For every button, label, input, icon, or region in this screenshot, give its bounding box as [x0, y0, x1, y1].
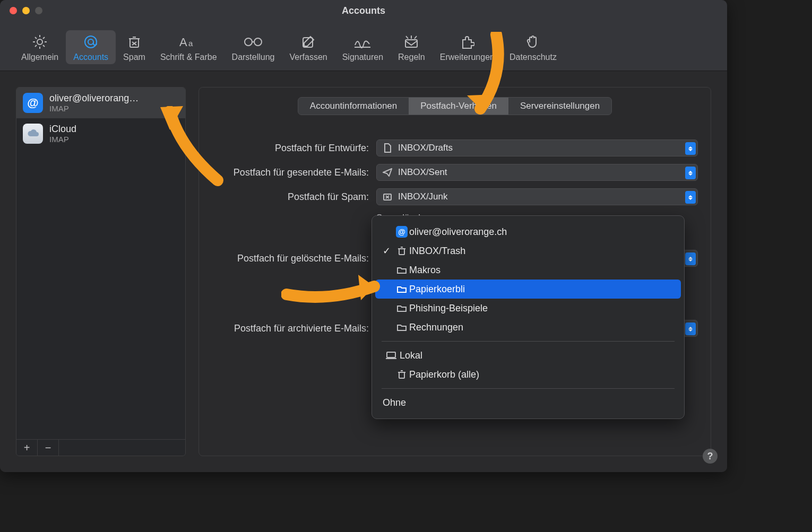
tab-general[interactable]: Allgemein: [14, 30, 66, 64]
preferences-toolbar: Allgemein Accounts Spam Aa Schrift & Far…: [0, 21, 727, 71]
tab-signatures[interactable]: Signaturen: [335, 30, 391, 64]
trash-icon: [394, 246, 409, 256]
popup-item-label: Phishing-Beispiele: [409, 303, 488, 314]
popup-account-header: @ oliver@oliverorange.ch: [375, 222, 681, 241]
svg-point-9: [85, 36, 97, 48]
popup-account-name: oliver@oliverorange.ch: [409, 226, 507, 238]
mailbox-popup-menu: @ oliver@oliverorange.ch ✓ INBOX/Trash M…: [372, 215, 685, 419]
close-window-button[interactable]: [10, 7, 17, 14]
popup-item-label: INBOX/Trash: [409, 246, 465, 257]
svg-point-10: [88, 39, 93, 45]
svg-text:a: a: [188, 39, 193, 48]
popup-item-label: Rechnungen: [409, 322, 463, 333]
check-icon: ✓: [383, 245, 394, 257]
chevron-icon: [685, 322, 696, 335]
popup-item-rechnungen[interactable]: Rechnungen: [375, 318, 681, 337]
svg-line-7: [35, 45, 37, 47]
popup-local-label: Lokal: [400, 350, 422, 361]
cloud-icon: [23, 124, 43, 144]
annotation-arrow-icon: [462, 32, 515, 122]
svg-rect-32: [399, 372, 404, 378]
chevron-icon: [685, 142, 696, 155]
at-icon: [83, 33, 99, 50]
minimize-window-button[interactable]: [22, 7, 30, 14]
titlebar: Accounts: [0, 0, 727, 21]
svg-point-19: [254, 38, 262, 46]
gear-icon: [32, 33, 47, 50]
archive-mailbox-label: Postfach für archivierte E-Mails:: [212, 323, 376, 334]
junk-mailbox-picker[interactable]: INBOX/Junk: [376, 188, 698, 205]
document-icon: [382, 143, 393, 153]
annotation-arrow-icon: [281, 265, 387, 308]
tab-label: Spam: [123, 53, 145, 62]
add-account-button[interactable]: +: [16, 440, 38, 456]
popup-item-none[interactable]: Ohne: [375, 393, 681, 412]
tab-label: Schrift & Farbe: [160, 53, 217, 62]
folder-icon: [394, 324, 409, 331]
drafts-mailbox-picker[interactable]: INBOX/Drafts: [376, 139, 698, 156]
tab-composing[interactable]: Verfassen: [282, 30, 335, 64]
tab-fonts[interactable]: Aa Schrift & Farbe: [153, 30, 224, 64]
popup-item-makros[interactable]: Makros: [375, 260, 681, 280]
trash-icon: [394, 370, 409, 379]
trash-icon: [127, 33, 142, 50]
zoom-window-button[interactable]: [35, 7, 42, 14]
tab-junk[interactable]: Spam: [116, 30, 153, 64]
folder-icon: [394, 285, 409, 293]
sent-mailbox-label: Postfach für gesendete E-Mails:: [212, 167, 376, 178]
chevron-icon: [685, 167, 696, 179]
glasses-icon: [244, 33, 263, 50]
tab-accounts[interactable]: Accounts: [66, 30, 116, 64]
svg-line-8: [43, 37, 45, 39]
at-icon: @: [23, 93, 43, 113]
tab-label: Signaturen: [342, 53, 383, 62]
popup-item-label: Papierkoerbli: [409, 284, 465, 295]
account-type: IMAP: [49, 104, 139, 113]
tab-server-settings[interactable]: Servereinstellungen: [508, 98, 611, 115]
tab-viewing[interactable]: Darstellung: [224, 30, 282, 64]
chevron-icon: [685, 252, 696, 265]
svg-marker-37: [358, 275, 374, 300]
popup-item-phishing[interactable]: Phishing-Beispiele: [375, 299, 681, 318]
accounts-footer: + −: [16, 439, 185, 456]
at-icon: @: [396, 226, 408, 238]
popup-item-inbox-trash[interactable]: ✓ INBOX/Trash: [375, 241, 681, 260]
help-button[interactable]: ?: [703, 449, 718, 464]
tab-label: Accounts: [73, 53, 108, 62]
svg-point-18: [245, 38, 252, 46]
tab-rules[interactable]: Regeln: [391, 30, 433, 64]
account-type: IMAP: [49, 135, 76, 144]
popup-item-local-trash[interactable]: Papierkorb (alle): [375, 365, 681, 384]
picker-value: INBOX/Drafts: [398, 143, 453, 153]
paperplane-icon: [382, 168, 393, 177]
remove-account-button[interactable]: −: [38, 440, 59, 456]
traffic-lights: [0, 7, 42, 14]
trash-mailbox-label: Postfach für gelöschte E-Mails:: [212, 253, 376, 264]
sent-mailbox-picker[interactable]: INBOX/Sent: [376, 164, 698, 181]
window-title: Accounts: [0, 5, 727, 16]
tab-label: Regeln: [398, 53, 425, 62]
account-name: iCloud: [49, 124, 76, 135]
svg-point-0: [37, 39, 42, 45]
junk-mailbox-label: Postfach für Spam:: [212, 191, 376, 203]
folder-icon: [394, 266, 409, 274]
popup-item-label: Makros: [409, 265, 440, 276]
compose-icon: [301, 33, 316, 50]
folder-icon: [394, 304, 409, 312]
laptop-icon: [383, 351, 400, 360]
svg-line-6: [43, 45, 45, 47]
font-icon: Aa: [179, 33, 197, 50]
drafts-mailbox-label: Postfach für Entwürfe:: [212, 143, 376, 154]
popup-local-header: Lokal: [375, 346, 681, 365]
account-name: oliver@oliverorang…: [49, 93, 139, 104]
panel-tabs: Accountinformationen Postfach-Verhalten …: [212, 97, 698, 115]
tab-account-info[interactable]: Accountinformationen: [298, 98, 409, 115]
popup-item-label: Papierkorb (alle): [409, 369, 479, 380]
popup-item-papierkoerbli[interactable]: Papierkoerbli: [375, 280, 681, 299]
picker-value: INBOX/Junk: [398, 191, 448, 202]
signature-icon: [353, 33, 372, 50]
annotation-arrow-icon: [159, 106, 234, 191]
svg-text:A: A: [179, 36, 187, 49]
picker-value: INBOX/Sent: [398, 167, 447, 178]
popup-item-label: Ohne: [383, 397, 406, 408]
